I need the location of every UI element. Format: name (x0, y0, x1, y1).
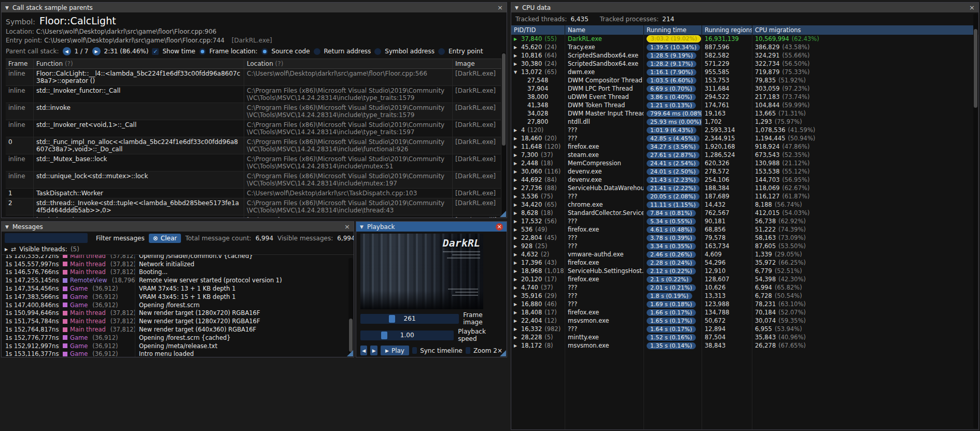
caret-right-icon[interactable]: ▶ (514, 244, 521, 249)
caret-right-icon[interactable]: ▶ (514, 203, 521, 207)
cpu-row[interactable]: 41,348DWM Token Thread1.21 s (0.13%)174,… (511, 101, 978, 109)
caret-right-icon[interactable]: ▶ (514, 310, 521, 315)
table-row[interactable]: inlineFloor::CalcLight::__l4::<lambda_5b… (6, 69, 501, 86)
playback-titlebar[interactable]: ▼ Playback × (356, 222, 507, 232)
message-row[interactable]: 1s 152,764,817nsMain thread(37,812)New r… (2, 325, 354, 334)
message-row[interactable]: 1s 151,754,784nsMain thread(37,812)New r… (2, 317, 354, 325)
help-marker[interactable]: (?) (275, 60, 284, 67)
cpu-row[interactable]: ▶30,060(116)devenv.exe24.01 s (2.50%)278… (511, 167, 978, 176)
message-row[interactable]: 1s 120,335,272nsMain thread(37,812)Openi… (2, 255, 354, 260)
message-row[interactable]: 1s 147,354,456nsGame(36,912)VRAM 37x45: … (2, 284, 354, 293)
message-row[interactable]: 1s 152,776,777nsGame(36,912)Opening /for… (2, 334, 354, 342)
return-address-radio[interactable] (314, 48, 320, 55)
close-icon[interactable]: × (969, 4, 975, 11)
cpu-row[interactable]: ▶17,532(56)???5.34 s (0.55%)90,18156,738… (511, 217, 978, 225)
zoom-2x-checkbox[interactable] (466, 347, 470, 354)
table-row[interactable]: inlinestd::_Mutex_base::lockC:\Program F… (6, 154, 501, 171)
collapse-arrow-icon[interactable]: ▼ (360, 224, 363, 229)
message-row[interactable]: 1s 153,116,377nsGame(36,912)Intro menu l… (2, 350, 354, 357)
caret-right-icon[interactable]: ▶ (514, 269, 521, 274)
caret-down-icon[interactable]: ▼ (514, 70, 521, 75)
cpu-row[interactable]: ▶8,628(18)StandardCollector.Service.e7.8… (511, 209, 978, 217)
cpu-row[interactable]: ▶34,420(65)chrome.exe11.11 s (1.15%)14,4… (511, 200, 978, 209)
message-row[interactable]: 1s 147,400,846nsGame(36,912)Opening /for… (2, 301, 354, 309)
cpu-row[interactable]: ▶18,460(20)???42.85 s (4.45%)2,344,9151,… (511, 134, 978, 142)
caret-right-icon[interactable]: ▶ (514, 45, 521, 50)
message-row[interactable]: 1s 147,255,145nsRemoteView(18,796)Remote… (2, 276, 354, 284)
cpu-row[interactable]: ▶536(49)firefox.exe4.61 s (0.48%)68,8565… (511, 225, 978, 234)
cpu-row[interactable]: ▶22,404(12)msvsmon.exe1.65 s (0.17%)50,6… (511, 317, 978, 325)
cpu-titlebar[interactable]: ▼ CPU data × (511, 3, 978, 12)
caret-right-icon[interactable]: ▶ (514, 277, 521, 282)
cpu-row[interactable]: ▶37,840(55)DarkRL.exe3:03.2 (19.02%)16,9… (511, 35, 978, 43)
header-pid-tid[interactable]: PID/TID (511, 25, 565, 35)
close-icon[interactable]: × (344, 223, 350, 230)
cpu-row[interactable]: ▶17,396(43)firefox.exe2.28 s (0.24%)54,2… (511, 258, 978, 267)
table-row[interactable]: 3beginthreadex[unknown][ucrtbase.dll] (6, 216, 501, 218)
table-row[interactable]: 2std::thread::_Invoke<std::tuple<<lambda… (6, 198, 501, 216)
symbol-address-radio[interactable] (374, 48, 381, 55)
caret-right-icon[interactable]: ▶ (514, 161, 521, 166)
header-running-time[interactable]: Running time (644, 25, 702, 35)
cpu-row[interactable]: 38,000uDWM Event Thread3.86 s (0.40%)294… (511, 93, 978, 101)
message-row[interactable]: 1s 147,383,566nsGame(36,912)VRAM 43x45: … (2, 293, 354, 301)
caret-right-icon[interactable]: ▶ (514, 252, 521, 257)
tree-collapsed-icon[interactable]: ▶ (5, 247, 8, 252)
cpu-row[interactable]: ▶3,536(75)???20.05 s (2.08%)187,689116,1… (511, 192, 978, 200)
help-marker[interactable]: (?) (65, 60, 73, 67)
header-name[interactable]: Name (565, 25, 644, 35)
close-icon[interactable]: × (497, 4, 503, 11)
table-row[interactable]: inlinestd::unique_lock<std::mutex>::lock… (6, 171, 501, 189)
caret-right-icon[interactable]: ▶ (514, 62, 521, 66)
caret-right-icon[interactable]: ▶ (514, 327, 521, 332)
caret-right-icon[interactable]: ▶ (514, 302, 521, 307)
callstack-scrollbar[interactable] (501, 52, 506, 217)
caret-right-icon[interactable]: ▶ (514, 53, 521, 58)
collapse-arrow-icon[interactable]: ▼ (5, 224, 9, 229)
caret-right-icon[interactable]: ▶ (514, 145, 521, 149)
caret-right-icon[interactable]: ▶ (514, 319, 521, 323)
source-code-radio[interactable] (261, 48, 268, 55)
cpu-row[interactable]: ▶11,648(120)firefox.exe34.27 s (3.56%)1,… (511, 142, 978, 151)
caret-right-icon[interactable]: ▶ (514, 128, 521, 133)
caret-right-icon[interactable]: ▶ (514, 343, 521, 348)
play-button[interactable]: ▶ Play (381, 346, 409, 355)
clear-button[interactable]: ⊗ Clear (149, 234, 181, 243)
caret-right-icon[interactable]: ▶ (514, 136, 521, 141)
scrollbar-thumb[interactable] (974, 29, 977, 108)
table-row[interactable]: inlinestd::invokeC:\Program Files (x86)\… (6, 103, 501, 120)
cpu-row[interactable]: 27,548DWM Compositor Thread1:03.5 (6.60%… (511, 76, 978, 84)
cpu-row[interactable]: 27,800ntdll.dll25.93 ms (0.00%)1,7021,29… (511, 118, 978, 126)
header-cpu-migrations[interactable]: CPU migrations (752, 25, 978, 35)
cpu-row[interactable]: ▶10,816(64)ScriptedSandbox64.exe1:28.5 (… (511, 51, 978, 60)
cpu-row[interactable]: ▶928(25)???3.34 s (0.35%)163,73487,605(5… (511, 242, 978, 250)
sync-timeline-checkbox[interactable] (412, 347, 417, 354)
message-row[interactable]: 1s 146,576,766nsMain thread(37,812)Booti… (2, 268, 354, 277)
caret-right-icon[interactable]: ▶ (514, 294, 521, 298)
resize-grip[interactable] (500, 350, 506, 356)
cpu-row[interactable]: 37,904DWM LPC Port Thread6.69 s (0.70%)3… (511, 84, 978, 93)
cpu-row[interactable]: ▶4,740(37)???2.01 s (0.21%)10,6266,994(6… (511, 283, 978, 292)
scrollbar-thumb[interactable] (349, 319, 353, 352)
header-running-regions[interactable]: Running regions (702, 25, 752, 35)
cpu-row[interactable]: ▶16,880(46)???1.69 s (0.18%)123,98878,23… (511, 300, 978, 308)
cpu-row[interactable]: ▶27,736(88)ServiceHub.DataWarehouse21.41… (511, 184, 978, 192)
table-row[interactable]: inlinestd::_Invoker_functor::_CallC:\Pro… (6, 86, 501, 103)
cpu-row[interactable]: ▶18,172(8)msvsmon.exe1.35 s (0.14%)38,84… (511, 341, 978, 350)
frame-location-radio[interactable] (199, 48, 206, 55)
entry-point-radio[interactable] (438, 48, 445, 55)
cpu-row[interactable]: ▶35,916(29)???1.8 s (0.19%)13,3136,728(5… (511, 292, 978, 300)
cpu-row[interactable]: ▶28,228(5)mintty.exe1.52 s (0.16%)87,504… (511, 333, 978, 341)
callstack-titlebar[interactable]: ▼ Call stack sample parents × (2, 3, 507, 12)
resize-grip[interactable] (347, 350, 353, 356)
caret-right-icon[interactable]: ▶ (514, 285, 521, 290)
caret-right-icon[interactable]: ▶ (514, 335, 521, 340)
scrollbar-thumb[interactable] (502, 53, 506, 146)
cpu-row[interactable]: ▶2,448(18)MemCompression24.41 s (2.54%)6… (511, 159, 978, 167)
prev-parent-button[interactable]: ◀ (63, 47, 71, 55)
table-row[interactable]: 1TaskDispatch::WorkerC:\Users\wolf\Deskt… (6, 189, 501, 198)
messages-scrollbar[interactable] (348, 258, 353, 356)
next-parent-button[interactable]: ▶ (92, 47, 101, 55)
playback-speed-slider[interactable]: 1.00 (360, 331, 454, 340)
cpu-row[interactable]: ▼13,072(65)dwm.exe1:16.1 (7.90%)955,5857… (511, 68, 978, 76)
